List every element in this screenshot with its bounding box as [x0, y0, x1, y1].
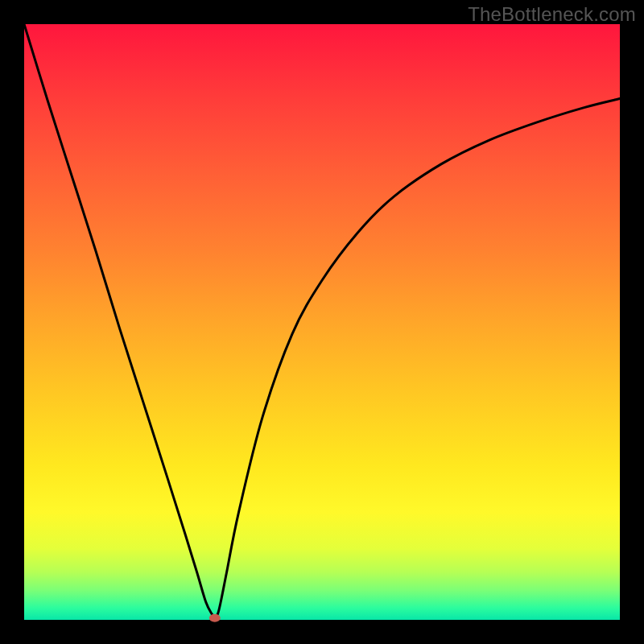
chart-frame: TheBottleneck.com — [0, 0, 644, 644]
watermark-text: TheBottleneck.com — [468, 3, 636, 26]
plot-background — [24, 24, 620, 620]
bottleneck-chart — [0, 0, 644, 644]
min-point-marker — [209, 614, 221, 622]
